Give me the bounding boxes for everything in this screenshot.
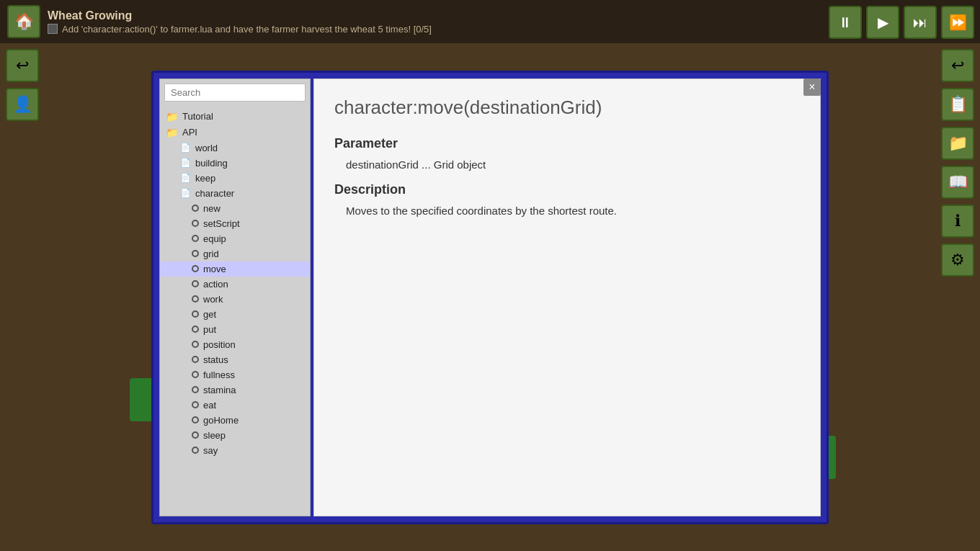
game-title: Wheat Growing xyxy=(48,9,432,22)
doc-icon-building: 📄 xyxy=(180,158,191,168)
tree-item-action[interactable]: action xyxy=(160,277,310,292)
content-panel: character:move(destinationGrid) Paramete… xyxy=(313,79,821,516)
method-sleep: sleep xyxy=(203,430,226,441)
tutorial-label: Tutorial xyxy=(182,111,213,122)
tree-item-position[interactable]: position xyxy=(160,337,310,352)
fast-forward-icon: ⏭ xyxy=(913,14,927,31)
circle-icon-position xyxy=(192,341,199,348)
method-status: status xyxy=(203,354,228,365)
modal-overlay: × 📁 Tutorial 📁 API xyxy=(0,43,980,551)
description-section-title: Description xyxy=(334,182,800,197)
circle-icon-grid xyxy=(192,250,199,257)
doc-icon-world: 📄 xyxy=(180,143,191,153)
tree-item-status[interactable]: status xyxy=(160,352,310,367)
play-icon: ▶ xyxy=(878,14,888,31)
tree-item-new[interactable]: new xyxy=(160,201,310,216)
pause-icon: ⏸ xyxy=(838,14,852,31)
circle-icon-get xyxy=(192,310,199,318)
method-stamina: stamina xyxy=(203,385,236,395)
search-input[interactable] xyxy=(164,84,306,102)
circle-icon-work xyxy=(192,295,199,303)
circle-icon-put xyxy=(192,326,199,333)
circle-icon-sleep xyxy=(192,431,199,439)
method-say: say xyxy=(203,445,218,456)
skip-icon: ⏩ xyxy=(949,14,967,31)
fast-forward-button[interactable]: ⏭ xyxy=(904,6,937,39)
home-button[interactable]: 🏠 xyxy=(7,5,40,38)
parameter-value: destinationGrid ... Grid object xyxy=(334,158,800,171)
method-new: new xyxy=(203,203,220,214)
control-buttons: ⏸ ▶ ⏭ ⏩ xyxy=(829,6,974,39)
doc-icon-character: 📄 xyxy=(180,188,191,198)
method-fullness: fullness xyxy=(203,369,235,380)
circle-icon-eat xyxy=(192,401,199,408)
tree-folder-api[interactable]: 📁 API xyxy=(160,125,310,140)
tree-item-character[interactable]: 📄 character xyxy=(160,186,310,201)
tree-folder-tutorial[interactable]: 📁 Tutorial xyxy=(160,109,310,125)
folder-icon-api: 📁 xyxy=(166,127,178,138)
task-text: Add 'character:action()' to farmer.lua a… xyxy=(62,24,432,35)
tree-item-put[interactable]: put xyxy=(160,322,310,337)
tree-item-setscript[interactable]: setScript xyxy=(160,216,310,231)
tree-item-sleep[interactable]: sleep xyxy=(160,428,310,443)
circle-icon-fullness xyxy=(192,371,199,378)
tree-item-grid[interactable]: grid xyxy=(160,246,310,261)
circle-icon-action xyxy=(192,280,199,287)
tree-item-get[interactable]: get xyxy=(160,307,310,322)
circle-icon-move xyxy=(192,265,199,272)
tree-item-keep[interactable]: 📄 keep xyxy=(160,171,310,186)
tree-item-fullness[interactable]: fullness xyxy=(160,367,310,382)
method-get: get xyxy=(203,309,216,320)
method-grid: grid xyxy=(203,248,219,259)
skip-button[interactable]: ⏩ xyxy=(941,6,974,39)
content-title: character:move(destinationGrid) xyxy=(334,97,800,119)
method-equip: equip xyxy=(203,233,226,244)
tree-item-building[interactable]: 📄 building xyxy=(160,156,310,171)
character-label: character xyxy=(195,188,234,199)
method-position: position xyxy=(203,339,236,350)
method-gohome: goHome xyxy=(203,415,239,426)
method-work: work xyxy=(203,294,223,305)
method-move: move xyxy=(203,264,226,274)
tree-item-equip[interactable]: equip xyxy=(160,231,310,246)
help-modal: × 📁 Tutorial 📁 API xyxy=(151,71,829,524)
pause-button[interactable]: ⏸ xyxy=(829,6,862,39)
modal-body: 📁 Tutorial 📁 API 📄 world xyxy=(159,79,821,516)
circle-icon-equip xyxy=(192,235,199,242)
method-eat: eat xyxy=(203,400,216,411)
circle-icon-stamina xyxy=(192,386,199,393)
modal-close-button[interactable]: × xyxy=(803,79,821,96)
building-label: building xyxy=(195,158,228,169)
parameter-section-title: Parameter xyxy=(334,136,800,151)
task-checkbox[interactable] xyxy=(48,24,58,34)
doc-icon-keep: 📄 xyxy=(180,173,191,183)
circle-icon-new xyxy=(192,205,199,212)
task-bar: Add 'character:action()' to farmer.lua a… xyxy=(48,24,432,35)
tree-item-stamina[interactable]: stamina xyxy=(160,382,310,398)
world-label: world xyxy=(195,143,218,153)
circle-icon-gohome xyxy=(192,416,199,424)
keep-label: keep xyxy=(195,173,215,184)
circle-icon-setscript xyxy=(192,220,199,227)
method-put: put xyxy=(203,324,216,335)
method-setscript: setScript xyxy=(203,218,240,229)
tree-panel: 📁 Tutorial 📁 API 📄 world xyxy=(159,79,311,516)
api-label: API xyxy=(182,127,197,138)
tree-item-say[interactable]: say xyxy=(160,443,310,458)
tree-item-world[interactable]: 📄 world xyxy=(160,140,310,156)
play-button[interactable]: ▶ xyxy=(866,6,899,39)
top-bar: 🏠 Wheat Growing Add 'character:action()'… xyxy=(0,0,980,43)
tree-item-eat[interactable]: eat xyxy=(160,398,310,413)
tree-content: 📁 Tutorial 📁 API 📄 world xyxy=(160,106,310,516)
folder-icon-tutorial: 📁 xyxy=(166,111,178,122)
tree-item-move[interactable]: move xyxy=(160,261,310,277)
tree-item-work[interactable]: work xyxy=(160,292,310,307)
circle-icon-status xyxy=(192,356,199,363)
description-text: Moves to the specified coordinates by th… xyxy=(334,205,800,217)
tree-item-gohome[interactable]: goHome xyxy=(160,413,310,428)
method-action: action xyxy=(203,279,228,290)
home-icon: 🏠 xyxy=(14,12,34,31)
circle-icon-say xyxy=(192,447,199,454)
